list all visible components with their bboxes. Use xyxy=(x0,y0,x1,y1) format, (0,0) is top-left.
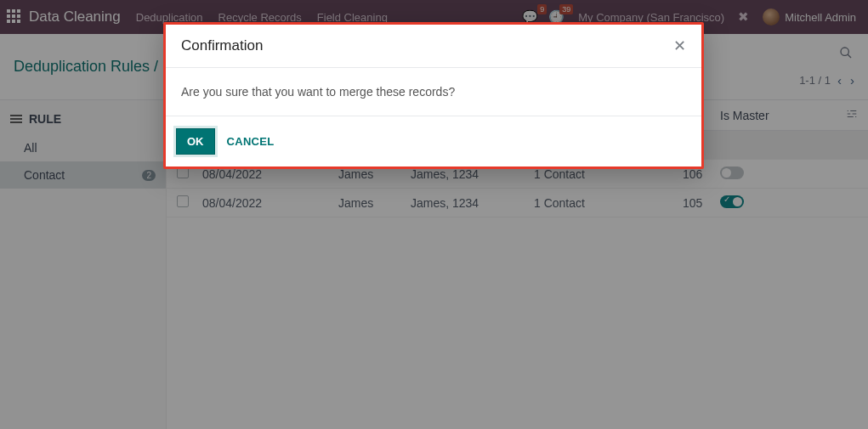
confirmation-modal: Confirmation ✕ Are you sure that you wan… xyxy=(163,22,704,169)
modal-message: Are you sure that you want to merge thes… xyxy=(166,68,701,116)
cancel-button[interactable]: CANCEL xyxy=(227,135,275,148)
close-icon[interactable]: ✕ xyxy=(673,37,686,55)
modal-title: Confirmation xyxy=(181,37,263,54)
ok-button[interactable]: OK xyxy=(176,128,215,155)
